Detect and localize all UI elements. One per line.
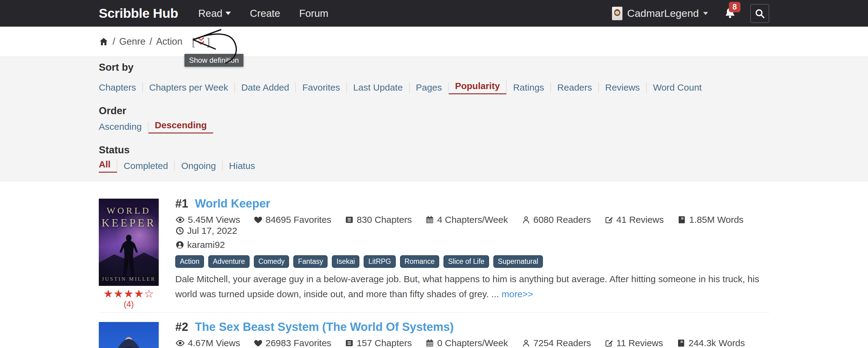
stat-text: 7254 Readers	[533, 338, 591, 348]
username[interactable]: CadmarLegend	[627, 7, 699, 19]
eye-icon	[175, 215, 185, 225]
stat-item: 1.85M Words	[677, 214, 744, 225]
user-circle-icon	[175, 240, 184, 250]
novel-cover[interactable]	[99, 322, 159, 348]
heart-icon	[253, 215, 263, 224]
sort-option-last-update[interactable]: Last Update	[347, 82, 409, 93]
sort-option-favorites[interactable]: Favorites	[296, 82, 346, 93]
stat-text: 6080 Readers	[533, 214, 591, 225]
sort-option-reviews[interactable]: Reviews	[599, 82, 647, 93]
novel-list: WORLDKEEPERJUSTIN MILLER ★★★★☆ (4) #1 Wo…	[99, 181, 769, 348]
novel-title-row: #1 World Keeper	[175, 197, 769, 210]
nav-link-read[interactable]: Read	[198, 8, 231, 19]
reviews-icon	[604, 339, 614, 348]
stat-item: 7254 Readers	[522, 338, 591, 348]
novel-cover-column: WORLDKEEPERJUSTIN MILLER ★★★★☆ (4)	[99, 197, 159, 309]
navbar-user-area: CadmarLegend 8	[612, 4, 769, 23]
search-button[interactable]	[750, 4, 769, 23]
tag-link[interactable]: LitRPG	[364, 255, 396, 268]
stat-item: 26983 Favorites	[253, 338, 331, 348]
tag-link[interactable]: Slice of Life	[443, 255, 489, 268]
novel-rank: #2	[175, 320, 188, 334]
tag-link[interactable]: Isekai	[332, 255, 360, 268]
novel-entry: #2 The Sex Beast System (The World Of Sy…	[99, 313, 769, 348]
breadcrumb-separator: /	[150, 36, 152, 47]
nav-link-create[interactable]: Create	[250, 8, 280, 19]
status-option-all[interactable]: All	[99, 159, 117, 173]
tag-link[interactable]: Supernatural	[493, 255, 543, 268]
sort-option-pages[interactable]: Pages	[409, 82, 449, 93]
stat-text: 830 Chapters	[356, 214, 412, 225]
double-chevron-down-icon	[197, 37, 205, 47]
status-option-completed[interactable]: Completed	[117, 161, 175, 171]
bracket-close: ]	[207, 36, 210, 48]
nav-link-forum[interactable]: Forum	[299, 8, 328, 19]
chevron-down-icon	[225, 11, 231, 15]
more-link[interactable]: more>>	[502, 289, 533, 299]
stat-item: Jul 17, 2022	[175, 225, 237, 236]
cover-author: JUSTIN MILLER	[99, 276, 159, 282]
order-option-ascending[interactable]: Ascending	[99, 121, 148, 132]
stat-text: karami92	[187, 239, 225, 250]
tag-link[interactable]: Action	[175, 255, 204, 268]
genre-definition-expander[interactable]: [ ]	[192, 36, 210, 48]
novel-rating-stars[interactable]: ★★★★☆	[99, 288, 159, 299]
chapters-icon	[345, 215, 354, 224]
breadcrumb-item-genre[interactable]: Genre	[119, 36, 146, 47]
sort-by-options: ChaptersChapters per WeekDate AddedFavor…	[99, 81, 769, 94]
stat-item: 84695 Favorites	[253, 214, 331, 225]
stat-text: 1.85M Words	[689, 214, 744, 225]
novel-title-row: #2 The Sex Beast System (The World Of Sy…	[175, 320, 769, 334]
order-option-descending[interactable]: Descending	[148, 120, 213, 134]
sort-option-popularity[interactable]: Popularity	[449, 81, 507, 94]
tag-link[interactable]: Adventure	[208, 255, 250, 268]
stat-text: 41 Reviews	[616, 214, 664, 225]
tag-link[interactable]: Fantasy	[293, 255, 328, 268]
stat-text: 84695 Favorites	[266, 214, 331, 225]
novel-description: Dale Mitchell, your average guy in a bel…	[175, 271, 769, 301]
sort-option-chapters[interactable]: Chapters	[99, 82, 143, 93]
readers-icon	[522, 339, 531, 348]
stat-item: 5.45M Views	[175, 214, 240, 225]
novel-rating-count: (4)	[99, 300, 159, 309]
sort-option-readers[interactable]: Readers	[551, 82, 598, 93]
sort-option-ratings[interactable]: Ratings	[506, 82, 551, 93]
stat-text: Jul 17, 2022	[187, 225, 237, 236]
stat-item: 4.67M Views	[175, 338, 240, 348]
stat-text: 4 Chapters/Week	[437, 214, 508, 225]
status-heading: Status	[99, 144, 769, 155]
show-definition-tooltip: Show definition	[184, 54, 244, 67]
novel-tags: ActionAdventureComedyFantasyIsekaiLitRPG…	[175, 255, 769, 268]
site-logo[interactable]: Scribble Hub	[99, 6, 178, 21]
novel-meta-row: karami92	[175, 239, 769, 250]
novel-info: #2 The Sex Beast System (The World Of Sy…	[175, 320, 769, 348]
status-option-hiatus[interactable]: Hiatus	[223, 161, 261, 171]
stat-item: 157 Chapters	[345, 338, 412, 348]
novel-cover[interactable]: WORLDKEEPERJUSTIN MILLER	[99, 199, 159, 286]
novel-title-link[interactable]: World Keeper	[195, 197, 270, 210]
order-heading: Order	[99, 105, 769, 116]
user-avatar[interactable]	[612, 7, 622, 20]
stat-text: 11 Reviews	[616, 338, 663, 348]
notification-badge: 8	[729, 2, 740, 12]
stat-item: 6080 Readers	[522, 214, 591, 225]
words-icon	[677, 215, 686, 224]
top-navbar: Scribble Hub ReadCreateForum CadmarLegen…	[0, 0, 868, 27]
tag-link[interactable]: Romance	[400, 255, 439, 268]
breadcrumb-item-action[interactable]: Action	[156, 36, 182, 47]
stat-item: 244.3k Words	[677, 338, 745, 348]
sort-option-chapters-per-week[interactable]: Chapters per Week	[143, 82, 235, 93]
novel-title-link[interactable]: The Sex Beast System (The World Of Syste…	[195, 320, 454, 334]
stat-text: 26983 Favorites	[266, 338, 331, 348]
stat-text: 0 Chapters/Week	[437, 338, 508, 348]
novel-cover-column	[99, 320, 159, 348]
home-icon[interactable]	[99, 37, 108, 47]
user-menu-caret-icon[interactable]	[703, 12, 708, 15]
tag-link[interactable]: Comedy	[254, 255, 289, 268]
sort-option-date-added[interactable]: Date Added	[235, 82, 296, 93]
calendar-icon	[425, 339, 434, 348]
notifications-button[interactable]: 8	[724, 7, 736, 20]
stat-item: 830 Chapters	[345, 214, 412, 225]
sort-option-word-count[interactable]: Word Count	[647, 82, 708, 93]
status-option-ongoing[interactable]: Ongoing	[175, 161, 222, 171]
